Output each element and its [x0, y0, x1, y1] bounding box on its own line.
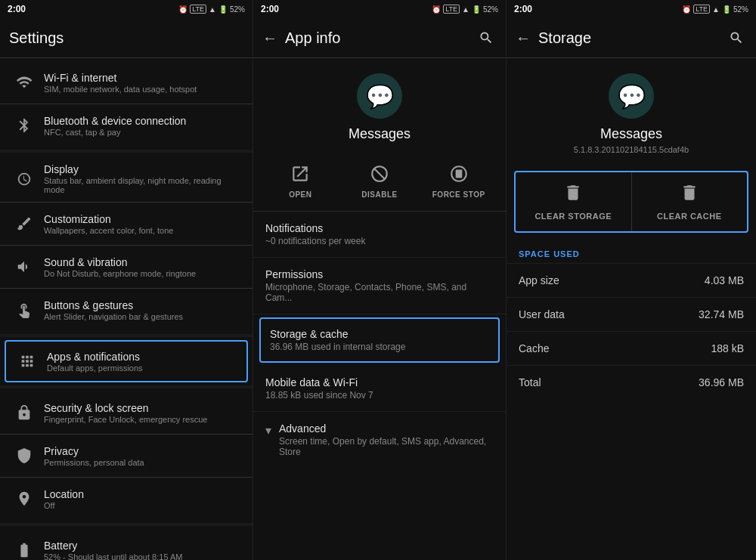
notifications-title: Notifications: [265, 222, 494, 234]
sidebar-item-battery[interactable]: Battery 52% - Should last until about 8:…: [0, 529, 253, 560]
sidebar-item-customization[interactable]: Customization Wallpapers, accent color, …: [0, 203, 253, 245]
settings-header: Settings: [0, 18, 253, 57]
buttons-title: Buttons & gestures: [44, 299, 242, 311]
permissions-sub: Microphone, Storage, Contacts, Phone, SM…: [265, 282, 494, 303]
storage-content: 💬 Messages 5.1.8.3.201102184115.5cdaf4b …: [507, 58, 756, 560]
app-emoji-icon: 💬: [366, 83, 394, 110]
battery-text: Battery 52% - Should last until about 8:…: [44, 540, 242, 561]
svg-line-1: [373, 168, 385, 179]
clear-storage-button[interactable]: CLEAR STORAGE: [516, 172, 632, 231]
storage-battery-pct: 52%: [733, 5, 748, 14]
sidebar-item-display[interactable]: Display Status bar, ambient display, nig…: [0, 156, 253, 202]
permissions-title: Permissions: [265, 268, 494, 280]
sidebar-item-buttons[interactable]: Buttons & gestures Alert Slider, navigat…: [0, 289, 253, 331]
apps-sub: Default apps, permissions: [47, 364, 239, 373]
battery-settings-icon: [11, 537, 38, 560]
info-item-permissions[interactable]: Permissions Microphone, Storage, Contact…: [253, 258, 506, 314]
storage-search-icon[interactable]: [726, 27, 747, 48]
display-icon: [11, 166, 38, 193]
info-item-mobile-data[interactable]: Mobile data & Wi-Fi 18.85 kB used since …: [253, 366, 506, 412]
settings-title: Settings: [9, 29, 243, 47]
appinfo-back-button[interactable]: ←: [262, 29, 277, 47]
total-value: 36.96 MB: [699, 376, 744, 388]
open-button[interactable]: OPEN: [261, 160, 340, 199]
sidebar-item-apps[interactable]: Apps & notifications Default apps, permi…: [5, 340, 248, 382]
appinfo-time: 2:00: [261, 4, 279, 14]
clear-storage-trash-icon: [563, 183, 583, 207]
storage-lte-badge: LTE: [693, 5, 710, 14]
clear-cache-button[interactable]: CLEAR CACHE: [632, 172, 748, 231]
storage-app-version: 5.1.8.3.201102184115.5cdaf4b: [574, 145, 689, 154]
info-item-notifications[interactable]: Notifications ~0 notifications per week: [253, 212, 506, 258]
buttons-text: Buttons & gestures Alert Slider, navigat…: [44, 299, 242, 321]
cache-value: 188 kB: [711, 342, 744, 354]
open-icon: [287, 160, 314, 187]
buttons-sub: Alert Slider, navigation bar & gestures: [44, 312, 242, 321]
storage-battery-icon: 🔋: [722, 5, 731, 14]
sidebar-item-security[interactable]: Security & lock screen Fingerprint, Face…: [0, 391, 253, 434]
shield-icon: [11, 442, 38, 469]
location-title: Location: [44, 488, 242, 500]
storage-status-bar: 2:00 ⏰ LTE ▲ 🔋 52%: [507, 0, 756, 18]
advanced-sub: Screen time, Open by default, SMS app, A…: [279, 436, 494, 457]
security-text: Security & lock screen Fingerprint, Face…: [44, 402, 242, 424]
settings-list: Wi-Fi & internet SIM, mobile network, da…: [0, 58, 253, 560]
storage-app-emoji-icon: 💬: [618, 83, 646, 110]
sidebar-item-privacy[interactable]: Privacy Permissions, personal data: [0, 435, 253, 477]
storage-app-icon: 💬: [609, 73, 654, 119]
display-sub: Status bar, ambient display, night mode,…: [44, 176, 242, 194]
storage-wifi-icon: ▲: [712, 5, 720, 14]
appinfo-status-bar: 2:00 ⏰ LTE ▲ 🔋 52%: [253, 0, 506, 18]
location-icon: [11, 485, 38, 512]
clear-cache-label: CLEAR CACHE: [657, 212, 722, 221]
mobile-data-title: Mobile data & Wi-Fi: [265, 376, 494, 388]
location-sub: Off: [44, 501, 242, 510]
appinfo-search-icon[interactable]: [476, 27, 497, 48]
appsize-label: App size: [519, 274, 559, 286]
storage-row-appsize: App size 4.03 MB: [507, 263, 756, 297]
storage-sub: 36.96 MB used in internal storage: [270, 342, 489, 352]
settings-status-bar: 2:00 ⏰ LTE ▲ 🔋 52%: [0, 0, 253, 18]
battery-sub: 52% - Should last until about 8:15 AM: [44, 552, 242, 561]
sidebar-item-bluetooth[interactable]: Bluetooth & device connection NFC, cast,…: [0, 104, 253, 147]
disable-button[interactable]: DISABLE: [340, 160, 420, 199]
privacy-title: Privacy: [44, 445, 242, 457]
sidebar-item-location[interactable]: Location Off: [0, 478, 253, 520]
battery-icon: 🔋: [218, 5, 228, 14]
appinfo-alarm-icon: ⏰: [432, 5, 441, 14]
lock-icon: [11, 399, 38, 426]
userdata-value: 32.74 MB: [699, 308, 744, 320]
security-sub: Fingerprint, Face Unlock, emergency resc…: [44, 415, 242, 424]
storage-title: Storage: [538, 29, 726, 47]
storage-row-cache: Cache 188 kB: [507, 331, 756, 365]
sidebar-item-wifi[interactable]: Wi-Fi & internet SIM, mobile network, da…: [0, 61, 253, 104]
volume-icon: [11, 253, 38, 280]
info-item-storage[interactable]: Storage & cache 36.96 MB used in interna…: [259, 317, 500, 363]
storage-time: 2:00: [514, 4, 532, 14]
sound-title: Sound & vibration: [44, 256, 242, 268]
battery-pct: 52%: [230, 5, 245, 14]
app-icon: 💬: [357, 73, 402, 119]
location-text: Location Off: [44, 488, 242, 510]
clear-storage-label: CLEAR STORAGE: [534, 212, 612, 221]
apps-icon: [14, 348, 41, 375]
display-title: Display: [44, 163, 242, 175]
sidebar-item-sound[interactable]: Sound & vibration Do Not Disturb, earpho…: [0, 246, 253, 288]
app-info-panel: 2:00 ⏰ LTE ▲ 🔋 52% ← App info 💬 Messages: [253, 0, 507, 560]
battery-title: Battery: [44, 540, 242, 552]
appinfo-title: App info: [285, 29, 476, 47]
customization-sub: Wallpapers, accent color, font, tone: [44, 226, 242, 235]
settings-panel: 2:00 ⏰ LTE ▲ 🔋 52% Settings Wi-Fi & inte…: [0, 0, 253, 560]
disable-icon: [366, 160, 393, 187]
brush-icon: [11, 210, 38, 237]
info-item-advanced[interactable]: ▾ Advanced Screen time, Open by default,…: [253, 412, 506, 468]
appsize-value: 4.03 MB: [705, 274, 744, 286]
security-title: Security & lock screen: [44, 402, 242, 414]
force-stop-button[interactable]: FORCE STOP: [419, 160, 498, 199]
storage-back-button[interactable]: ←: [516, 29, 531, 47]
space-used-header: SPACE USED: [507, 242, 756, 263]
disable-label: DISABLE: [361, 190, 397, 199]
open-label: OPEN: [289, 190, 311, 199]
total-label: Total: [519, 376, 541, 388]
customization-title: Customization: [44, 213, 242, 225]
